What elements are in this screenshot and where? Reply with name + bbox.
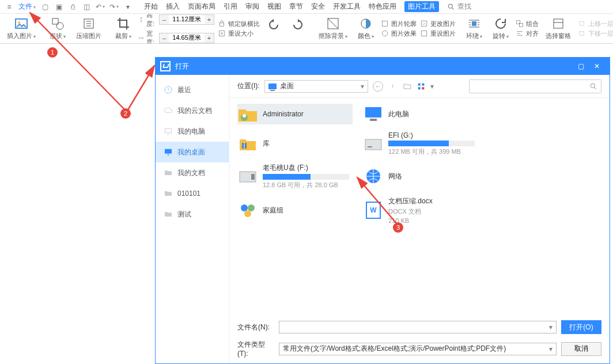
select-pane-button[interactable]: 选择窗格: [542, 14, 574, 43]
qat-print-icon[interactable]: ⎙: [68, 2, 77, 12]
location-select[interactable]: 桌面 ▾: [264, 80, 368, 93]
width-plus-button[interactable]: +: [205, 33, 214, 43]
sidebar-item-desktop[interactable]: 我的桌面: [156, 142, 229, 162]
desktop-small-icon: [268, 84, 277, 89]
entry-thispc[interactable]: 此电脑: [363, 104, 478, 124]
sidebar-item-test[interactable]: 测试: [156, 204, 229, 225]
reset-pic-button[interactable]: 重设图片: [420, 29, 456, 38]
compress-icon: [82, 17, 96, 31]
height-spinner[interactable]: – +: [159, 14, 214, 25]
annotation-badge-3: 3: [393, 222, 403, 233]
file-menu[interactable]: 文件: [18, 2, 36, 12]
view-dd-icon[interactable]: ▾: [430, 82, 434, 90]
sidebar-item-010101[interactable]: 010101: [156, 183, 229, 204]
sidebar-item-docs[interactable]: 我的文档: [156, 162, 229, 183]
view-icon[interactable]: [417, 82, 426, 91]
entry-name: 库: [263, 139, 270, 149]
svg-point-29: [243, 114, 246, 117]
height-plus-button[interactable]: +: [205, 15, 214, 24]
move-up-button[interactable]: 上移一层: [578, 20, 613, 28]
crop-button[interactable]: 裁剪: [112, 14, 135, 43]
tab-chapter[interactable]: 章节: [289, 2, 303, 12]
tab-start[interactable]: 开始: [144, 2, 158, 12]
maximize-button[interactable]: ▢: [573, 58, 589, 75]
svg-rect-35: [368, 146, 372, 147]
compress-button[interactable]: 压缩图片: [73, 14, 105, 43]
drive-efi[interactable]: EFI (G:) 122 MB 可用，共 399 MB: [363, 131, 478, 156]
insert-picture-button[interactable]: 插入图片: [3, 14, 39, 43]
pic-effects-button[interactable]: 图片效果: [381, 29, 417, 38]
entry-library[interactable]: 库: [237, 131, 353, 156]
search-box[interactable]: 查找: [447, 2, 471, 12]
entry-name: 老毛桃U盘 (F:): [263, 163, 349, 173]
dialog-search-box[interactable]: [469, 79, 601, 93]
remove-bg-button[interactable]: 抠除背景: [315, 14, 351, 43]
height-input[interactable]: [169, 15, 205, 24]
color-button[interactable]: 颜色: [354, 14, 377, 43]
drive-udisk[interactable]: 老毛桃U盘 (F:) 12.8 GB 可用，共 28.0 GB: [237, 163, 353, 189]
cancel-button[interactable]: 取消: [561, 342, 601, 356]
width-input[interactable]: [169, 33, 205, 43]
wrap-button[interactable]: 环绕: [463, 14, 486, 43]
height-minus-button[interactable]: –: [160, 15, 169, 24]
filetype-combo[interactable]: 常用文件(文字/Word格式;表格/Excel格式;演示/PowerPoint格…: [279, 343, 557, 355]
lock-aspect-checkbox[interactable]: 锁定纵横比: [218, 20, 260, 28]
sidebar-item-computer[interactable]: 我的电脑: [156, 121, 229, 142]
qat-new-icon[interactable]: ▢: [40, 2, 50, 12]
nav-back-button[interactable]: ←: [373, 81, 383, 92]
qat-undo-icon[interactable]: ↶: [96, 2, 105, 12]
sidebar-item-recent[interactable]: 最近: [156, 79, 229, 100]
new-folder-icon[interactable]: [403, 82, 412, 91]
open-button[interactable]: 打开(O): [561, 320, 601, 334]
location-label: 位置(I):: [237, 81, 260, 91]
menu-icon[interactable]: ≡: [5, 2, 14, 12]
tab-dev[interactable]: 开发工具: [333, 2, 361, 12]
layer-stack: 上移一层 下移一层: [578, 20, 613, 38]
tab-picture-tools[interactable]: 图片工具: [404, 1, 439, 12]
qat-open-icon[interactable]: ▣: [54, 2, 63, 12]
folder-icon: [164, 189, 173, 198]
qat-redo-icon[interactable]: ↷: [109, 2, 119, 12]
sidebar-cloud-label: 我的云文档: [177, 106, 212, 116]
qat-dd-icon[interactable]: ▾: [123, 2, 133, 12]
width-minus-button[interactable]: –: [160, 33, 169, 43]
rotate-button[interactable]: 旋转: [489, 14, 512, 43]
tab-insert[interactable]: 插入: [166, 2, 180, 12]
folder-administrator[interactable]: Administrator: [237, 104, 353, 124]
move-down-button[interactable]: 下移一层: [578, 29, 613, 38]
tab-featured[interactable]: 特色应用: [369, 2, 396, 12]
dialog-titlebar[interactable]: 打开 ▢ ✕: [156, 58, 610, 75]
align-button[interactable]: 对齐: [516, 29, 539, 38]
nav-up-button[interactable]: ↑: [388, 81, 398, 92]
group-button[interactable]: 组合: [516, 20, 539, 28]
pic-outline-button[interactable]: 图片轮廓: [381, 20, 417, 28]
shape-button[interactable]: 形状: [46, 14, 69, 43]
user-folder-icon: [237, 104, 258, 124]
remove-bg-label: 抠除背景: [319, 32, 347, 40]
crop-label: 裁剪: [115, 32, 131, 40]
rotate-right-button[interactable]: [287, 14, 308, 43]
tab-layout[interactable]: 页面布局: [188, 2, 215, 12]
reset-size-button[interactable]: 重设大小: [218, 29, 260, 38]
move-down-icon: [578, 29, 586, 37]
entry-network[interactable]: 网络: [363, 163, 478, 189]
tab-review[interactable]: 审阅: [245, 2, 259, 12]
width-spinner[interactable]: – +: [159, 33, 214, 43]
qat-preview-icon[interactable]: ◫: [82, 2, 91, 12]
tab-security[interactable]: 安全: [311, 2, 325, 12]
rotate-left-button[interactable]: [263, 14, 284, 43]
change-pic-button[interactable]: 更改图片: [420, 20, 456, 28]
select-pane-label: 选择窗格: [546, 32, 571, 40]
tab-view[interactable]: 视图: [267, 2, 281, 12]
svg-rect-33: [245, 143, 247, 149]
filename-combo[interactable]: ▾: [279, 321, 557, 333]
move-up-icon: [578, 20, 586, 28]
svg-rect-17: [580, 32, 584, 36]
network-icon: [363, 166, 384, 187]
location-bar: 位置(I): 桌面 ▾ ← ↑ ▾: [229, 75, 610, 98]
close-button[interactable]: ✕: [589, 58, 605, 75]
file-docx[interactable]: W 文档压缩.docx DOCX 文档 210 KB: [363, 196, 478, 224]
sidebar-item-cloud[interactable]: 我的云文档: [156, 100, 229, 121]
entry-homegroup[interactable]: 家庭组: [237, 196, 353, 224]
tab-ref[interactable]: 引用: [224, 2, 237, 12]
